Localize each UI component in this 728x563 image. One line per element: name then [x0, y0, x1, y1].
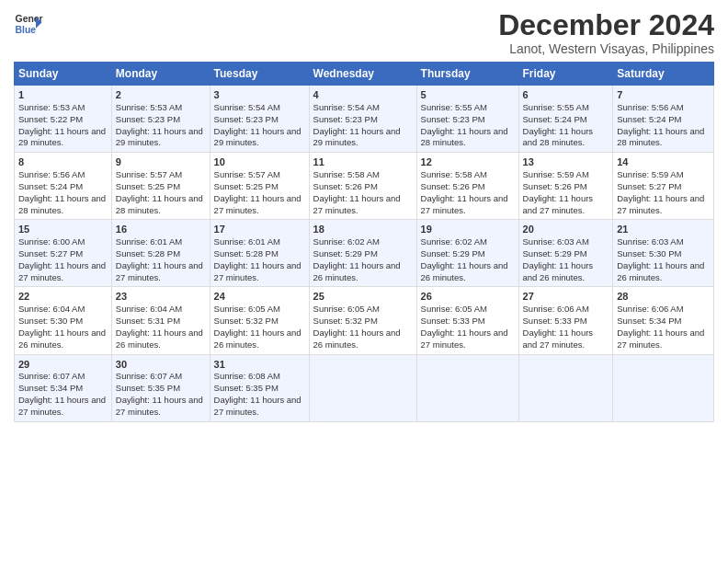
calendar-cell-week4-wed: 25Sunrise: 6:05 AMSunset: 5:32 PMDayligh… — [309, 287, 416, 354]
calendar-cell-week4-mon: 23Sunrise: 6:04 AMSunset: 5:31 PMDayligh… — [111, 287, 210, 354]
sunrise-info: Sunrise: 6:05 AM — [421, 304, 515, 316]
sunset-info: Sunset: 5:32 PM — [214, 316, 305, 327]
daylight-info: Daylight: 11 hours and 26 minutes. — [18, 327, 108, 351]
day-number: 13 — [523, 155, 609, 169]
sunset-info: Sunset: 5:29 PM — [313, 248, 413, 260]
col-wednesday: Wednesday — [309, 63, 416, 86]
day-number: 15 — [18, 223, 108, 236]
day-number: 19 — [421, 223, 515, 236]
day-number: 12 — [421, 155, 515, 169]
sunrise-info: Sunrise: 6:06 AM — [523, 304, 609, 316]
calendar-body: 1Sunrise: 5:53 AMSunset: 5:22 PMDaylight… — [15, 86, 714, 421]
sunset-info: Sunset: 5:28 PM — [116, 248, 206, 260]
calendar-cell-week5-mon: 30Sunrise: 6:07 AMSunset: 5:35 PMDayligh… — [111, 354, 210, 421]
sunrise-info: Sunrise: 6:01 AM — [214, 236, 305, 248]
calendar-cell-week3-thu: 19Sunrise: 6:02 AMSunset: 5:29 PMDayligh… — [416, 220, 518, 287]
calendar-cell-week1-mon: 2Sunrise: 5:53 AMSunset: 5:23 PMDaylight… — [111, 86, 210, 153]
day-number: 4 — [313, 88, 413, 102]
day-number: 23 — [116, 290, 206, 304]
sunset-info: Sunset: 5:23 PM — [421, 114, 515, 126]
calendar-week-2: 8Sunrise: 5:56 AMSunset: 5:24 PMDaylight… — [15, 153, 714, 220]
sunrise-info: Sunrise: 6:03 AM — [617, 236, 710, 248]
sunrise-info: Sunrise: 6:01 AM — [116, 236, 206, 248]
sunset-info: Sunset: 5:26 PM — [523, 181, 609, 193]
calendar-cell-week2-mon: 9Sunrise: 5:57 AMSunset: 5:25 PMDaylight… — [111, 153, 210, 220]
title-block: December 2024 Lanot, Western Visayas, Ph… — [498, 9, 714, 56]
sunset-info: Sunset: 5:29 PM — [421, 248, 515, 260]
sunrise-info: Sunrise: 5:58 AM — [313, 169, 413, 181]
sunrise-info: Sunrise: 6:05 AM — [313, 304, 413, 316]
sunrise-info: Sunrise: 6:05 AM — [214, 304, 305, 316]
calendar-cell-week5-sun: 29Sunrise: 6:07 AMSunset: 5:34 PMDayligh… — [15, 354, 112, 421]
daylight-info: Daylight: 11 hours and 27 minutes. — [18, 395, 108, 419]
sunrise-info: Sunrise: 5:53 AM — [116, 102, 206, 114]
day-number: 10 — [214, 155, 305, 169]
day-number: 8 — [18, 155, 108, 169]
calendar-cell-week4-tue: 24Sunrise: 6:05 AMSunset: 5:32 PMDayligh… — [210, 287, 309, 354]
calendar-cell-week5-sat — [613, 354, 714, 421]
daylight-info: Daylight: 11 hours and 27 minutes. — [617, 327, 710, 351]
day-number: 16 — [116, 223, 206, 236]
header: General Blue December 2024 Lanot, Wester… — [14, 9, 714, 56]
daylight-info: Daylight: 11 hours and 26 minutes. — [617, 260, 710, 284]
calendar-week-5: 29Sunrise: 6:07 AMSunset: 5:34 PMDayligh… — [15, 354, 714, 421]
col-saturday: Saturday — [613, 63, 714, 86]
col-friday: Friday — [518, 63, 613, 86]
daylight-info: Daylight: 11 hours and 29 minutes. — [214, 126, 305, 150]
sunrise-info: Sunrise: 5:57 AM — [214, 169, 305, 181]
sunset-info: Sunset: 5:32 PM — [313, 316, 413, 327]
calendar-cell-week3-mon: 16Sunrise: 6:01 AMSunset: 5:28 PMDayligh… — [111, 220, 210, 287]
sunrise-info: Sunrise: 5:59 AM — [523, 169, 609, 181]
calendar-week-4: 22Sunrise: 6:04 AMSunset: 5:30 PMDayligh… — [15, 287, 714, 354]
day-number: 29 — [18, 358, 108, 372]
page: General Blue December 2024 Lanot, Wester… — [0, 0, 728, 431]
sunrise-info: Sunrise: 5:56 AM — [18, 169, 108, 181]
sunset-info: Sunset: 5:33 PM — [523, 316, 609, 327]
daylight-info: Daylight: 11 hours and 28 minutes. — [421, 126, 515, 150]
calendar-cell-week5-wed — [309, 354, 416, 421]
day-number: 27 — [523, 290, 609, 304]
sunset-info: Sunset: 5:26 PM — [313, 181, 413, 193]
calendar-cell-week5-tue: 31Sunrise: 6:08 AMSunset: 5:35 PMDayligh… — [210, 354, 309, 421]
daylight-info: Daylight: 11 hours and 26 minutes. — [421, 260, 515, 284]
day-number: 6 — [523, 88, 609, 102]
sunset-info: Sunset: 5:25 PM — [214, 181, 305, 193]
calendar-header-row: Sunday Monday Tuesday Wednesday Thursday… — [15, 63, 714, 86]
calendar-cell-week5-fri — [518, 354, 613, 421]
calendar-week-1: 1Sunrise: 5:53 AMSunset: 5:22 PMDaylight… — [15, 86, 714, 153]
calendar-cell-week1-tue: 3Sunrise: 5:54 AMSunset: 5:23 PMDaylight… — [210, 86, 309, 153]
sunset-info: Sunset: 5:23 PM — [214, 114, 305, 126]
col-monday: Monday — [111, 63, 210, 86]
daylight-info: Daylight: 11 hours and 26 minutes. — [313, 260, 413, 284]
calendar-cell-week4-sun: 22Sunrise: 6:04 AMSunset: 5:30 PMDayligh… — [15, 287, 112, 354]
col-sunday: Sunday — [15, 63, 112, 86]
day-number: 5 — [421, 88, 515, 102]
day-number: 18 — [313, 223, 413, 236]
calendar-cell-week1-fri: 6Sunrise: 5:55 AMSunset: 5:24 PMDaylight… — [518, 86, 613, 153]
day-number: 9 — [116, 155, 206, 169]
calendar-cell-week2-fri: 13Sunrise: 5:59 AMSunset: 5:26 PMDayligh… — [518, 153, 613, 220]
sunrise-info: Sunrise: 6:06 AM — [617, 304, 710, 316]
day-number: 21 — [617, 223, 710, 236]
calendar-cell-week5-thu — [416, 354, 518, 421]
daylight-info: Daylight: 11 hours and 27 minutes. — [523, 327, 609, 351]
daylight-info: Daylight: 11 hours and 27 minutes. — [214, 193, 305, 217]
daylight-info: Daylight: 11 hours and 27 minutes. — [116, 260, 206, 284]
daylight-info: Daylight: 11 hours and 29 minutes. — [116, 126, 206, 150]
daylight-info: Daylight: 11 hours and 27 minutes. — [421, 327, 515, 351]
sunrise-info: Sunrise: 5:59 AM — [617, 169, 710, 181]
daylight-info: Daylight: 11 hours and 27 minutes. — [214, 260, 305, 284]
sunset-info: Sunset: 5:30 PM — [617, 248, 710, 260]
daylight-info: Daylight: 11 hours and 29 minutes. — [18, 126, 108, 150]
daylight-info: Daylight: 11 hours and 29 minutes. — [313, 126, 413, 150]
daylight-info: Daylight: 11 hours and 27 minutes. — [18, 260, 108, 284]
sunrise-info: Sunrise: 6:04 AM — [18, 304, 108, 316]
sunrise-info: Sunrise: 6:07 AM — [18, 371, 108, 383]
calendar-cell-week4-sat: 28Sunrise: 6:06 AMSunset: 5:34 PMDayligh… — [613, 287, 714, 354]
sunset-info: Sunset: 5:22 PM — [18, 114, 108, 126]
sunset-info: Sunset: 5:27 PM — [18, 248, 108, 260]
daylight-info: Daylight: 11 hours and 26 minutes. — [313, 327, 413, 351]
day-number: 31 — [214, 358, 305, 372]
calendar-cell-week3-wed: 18Sunrise: 6:02 AMSunset: 5:29 PMDayligh… — [309, 220, 416, 287]
day-number: 11 — [313, 155, 413, 169]
